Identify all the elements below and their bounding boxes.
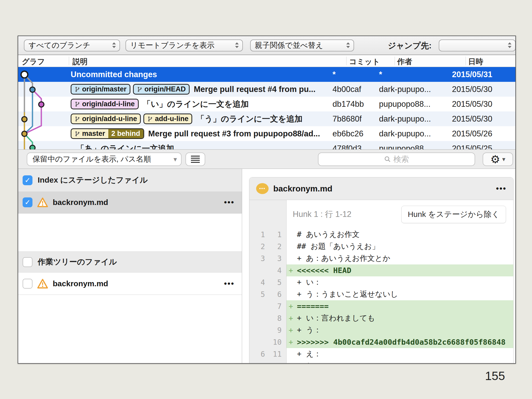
staged-section-header: ✓ Index にステージしたファイル [18,169,242,191]
commit-row-uncommitted[interactable]: Uncommitted changes * * 2015/05/31 [18,67,515,82]
hunk-header: Hunk 1 : 行 1-12 Hunk をステージから除く [249,200,513,229]
commit-hash: * [332,67,377,82]
commit-row[interactable]: 「あ」のラインに一文追加 478f0d3 pupupopo88 2015/05/… [18,141,515,149]
branch-filter-dropdown[interactable]: すべてのブランチ [24,39,120,51]
file-view-dropdown[interactable]: 保留中のファイルを表示, パス名順 ▾ [27,152,182,166]
commit-graph [18,67,69,149]
chevron-down-icon: ▾ [174,155,177,163]
column-divider [466,57,466,65]
staged-file-row[interactable]: ✓ backronym.md ••• [18,191,242,214]
diff-line: 33+ あ：あいうえお作文とか [249,252,513,264]
jump-to-label: ジャンプ先: [388,36,431,55]
column-commit[interactable]: コミット [349,57,380,67]
column-description[interactable]: 説明 [72,57,88,67]
git-branch-icon [75,116,80,122]
commit-hash: db174bb [332,97,377,111]
diff-line: 22## お題「あいうえお」 [249,241,513,252]
diff-actions-menu[interactable]: ••• [496,184,507,193]
diff-body: Hunk 1 : 行 1-12 Hunk をステージから除く 11# あいうえお… [249,200,513,364]
branch-label-origin-head[interactable]: origin/HEAD [133,84,190,95]
settings-button[interactable]: ⚙ ▾ [483,152,513,166]
jump-to-dropdown[interactable] [439,39,516,51]
commit-hash: eb6bc26 [332,126,377,141]
commit-message: 「い」のラインに一文を追加 [143,99,249,110]
commit-row[interactable]: origin/add-u-line add-u-line 「う」のラインに一文を… [18,111,515,126]
diff-line-added: 7+======= [249,300,513,312]
commit-message: 「う」のラインに一文を追加 [196,114,302,124]
commit-hash: 4b00caf [332,82,377,97]
diff-line-added: 4+<<<<<<< HEAD [249,264,513,276]
slide: すべてのブランチ リモートブランチを表示 親子関係で並べ替え ジャンプ先: グラ… [0,0,532,399]
graph-node-yellow [22,117,27,122]
graph-node-yellow [22,131,27,136]
column-author[interactable]: 作者 [397,57,412,67]
git-branch-icon [147,116,153,122]
branch-filter-value: すべてのブランチ [29,40,90,51]
column-graph[interactable]: グラフ [22,57,45,67]
commit-date: 2015/05/31 [452,67,515,82]
commit-author: pupupopo88... [379,97,449,111]
diff-line: 611+ え： [249,348,513,360]
staged-file-name: backronym.md [53,198,108,207]
diff-panel: ••• backronym.md ••• Hunk 1 : 行 1-12 Hun… [249,177,514,364]
file-list-panel: ✓ Index にステージしたファイル ✓ backronym.md ••• 作… [18,169,242,364]
git-branch-icon [137,87,143,92]
list-view-button[interactable] [185,152,205,166]
branch-label-master[interactable]: master2 behind [71,128,144,139]
gitx-window: すべてのブランチ リモートブランチを表示 親子関係で並べ替え ジャンプ先: グラ… [18,36,516,364]
file-actions-menu[interactable]: ••• [224,279,235,288]
graph-node-green [30,145,35,149]
file-toolbar: 保留中のファイルを表示, パス名順 ▾ 検索 ⚙ ▾ [18,149,515,169]
remote-branch-value: リモートブランチを表示 [130,40,214,51]
warning-icon [37,278,49,289]
commit-row[interactable]: master2 behind Merge pull request #3 fro… [18,126,515,141]
worktree-file-checkbox[interactable] [23,279,32,289]
commit-table-header: グラフ 説明 コミット 作者 日時 [18,55,515,67]
diff-line: 11# あいうえお作文 [249,229,513,241]
graph-node-magenta [39,102,44,107]
remote-branch-dropdown[interactable]: リモートブランチを表示 [125,39,243,51]
commit-date: 2015/05/30 [452,97,515,111]
file-actions-menu[interactable]: ••• [224,198,235,207]
slide-page-number: 155 [485,369,505,383]
commit-date: 2015/05/30 [452,82,515,97]
staged-section-label: Index にステージしたファイル [38,175,148,185]
git-branch-icon [75,87,80,92]
unstage-hunk-button[interactable]: Hunk をステージから除く [401,206,506,223]
sort-order-value: 親子関係で並べ替え [255,40,323,51]
commit-message: Merge pull request #3 from pupupopo88/ad… [148,129,320,138]
warning-icon [37,197,49,208]
staging-area: ✓ Index にステージしたファイル ✓ backronym.md ••• 作… [18,169,515,364]
worktree-section-checkbox[interactable] [23,257,32,267]
git-branch-icon [75,131,80,137]
graph-node-blue [30,87,35,92]
staged-section-checkbox[interactable]: ✓ [23,175,32,185]
commit-message: Uncommitted changes [71,70,157,79]
branch-label-origin-master[interactable]: origin/master [71,84,130,95]
branch-label-origin-add-u-line[interactable]: origin/add-u-line [71,114,141,124]
updown-chevron-icon [342,42,350,49]
branch-label-origin-add-i-line[interactable]: origin/add-i-line [71,99,139,109]
column-divider [395,57,395,65]
search-placeholder: 検索 [394,154,409,165]
diff-file-name: backronym.md [273,184,332,194]
sort-order-dropdown[interactable]: 親子関係で並べ替え [250,39,354,51]
worktree-file-name: backronym.md [53,279,108,288]
staged-file-checkbox[interactable]: ✓ [23,197,32,207]
commit-row[interactable]: origin/add-i-line 「い」のラインに一文を追加 db174bb … [18,97,515,111]
search-icon [384,156,391,163]
commit-author: dark-pupupo... [379,126,449,141]
column-divider [69,57,69,65]
worktree-file-row[interactable]: backronym.md ••• [18,273,242,295]
updown-chevron-icon [504,42,512,49]
search-input[interactable]: 検索 [318,152,475,166]
column-date[interactable]: 日時 [468,57,483,67]
commit-row[interactable]: origin/master origin/HEAD Merge pull req… [18,82,515,97]
branch-label-add-u-line[interactable]: add-u-line [143,114,192,124]
graph-node-uncommitted [21,71,28,78]
commit-author: * [379,67,449,82]
commit-author: pupupopo88 [379,141,449,149]
commit-message: 「あ」のラインに一文追加 [76,143,174,150]
commit-list: Uncommitted changes * * 2015/05/31 origi… [18,67,515,149]
commit-message: Merge pull request #4 from pu... [194,85,316,94]
